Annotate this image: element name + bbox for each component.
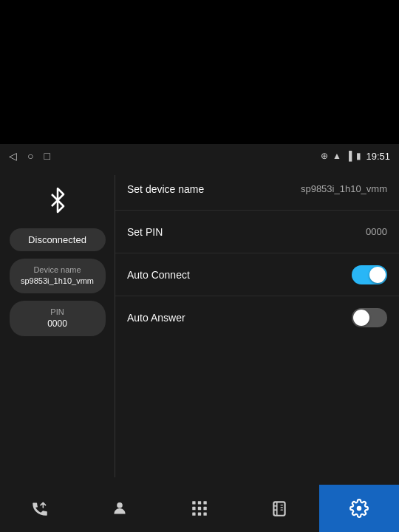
settings-gear-icon bbox=[349, 499, 369, 518]
left-panel: Disconnected Device name sp9853i_1h10_vm… bbox=[0, 168, 115, 485]
pin-badge: PIN 0000 bbox=[10, 301, 106, 336]
device-name-value: sp9853i_1h10_vmm bbox=[301, 183, 387, 194]
svg-rect-8 bbox=[198, 512, 201, 515]
set-pin-row: Set PIN 0000 bbox=[115, 211, 399, 253]
auto-answer-toggle-wrap bbox=[352, 308, 387, 327]
svg-rect-6 bbox=[203, 507, 206, 510]
wifi-icon: ▲ bbox=[332, 151, 341, 161]
svg-rect-5 bbox=[198, 507, 201, 510]
auto-connect-toggle[interactable] bbox=[352, 265, 387, 284]
top-black-area bbox=[0, 0, 399, 144]
android-icon bbox=[270, 499, 289, 518]
auto-connect-row: Auto Connect bbox=[115, 253, 399, 296]
nav-item-android[interactable] bbox=[239, 485, 319, 532]
set-pin-label: Set PIN bbox=[127, 226, 163, 238]
auto-answer-label: Auto Answer bbox=[127, 312, 185, 324]
svg-rect-10 bbox=[273, 502, 284, 515]
status-icons: ⊕ ▲ ▐ ▮ 19:51 bbox=[321, 151, 390, 162]
bluetooth-icon bbox=[43, 185, 72, 215]
svg-rect-7 bbox=[192, 512, 195, 515]
contacts-icon bbox=[110, 499, 129, 518]
home-nav-icon[interactable]: ○ bbox=[27, 150, 33, 162]
connection-status-badge: Disconnected bbox=[10, 228, 106, 251]
nav-icons: ◁ ○ □ bbox=[9, 150, 50, 162]
recents-nav-icon[interactable]: □ bbox=[44, 150, 50, 162]
status-bar: ◁ ○ □ ⊕ ▲ ▐ ▮ 19:51 bbox=[0, 144, 399, 168]
nav-item-apps[interactable] bbox=[160, 485, 239, 532]
auto-answer-knob bbox=[353, 310, 369, 326]
nav-item-phone[interactable] bbox=[0, 485, 80, 532]
right-panel: Set device name sp9853i_1h10_vmm Set PIN… bbox=[115, 168, 399, 485]
phone-icon bbox=[30, 499, 50, 518]
svg-rect-9 bbox=[203, 512, 206, 515]
svg-rect-2 bbox=[198, 501, 201, 504]
svg-rect-3 bbox=[203, 501, 206, 504]
location-icon: ⊕ bbox=[321, 151, 328, 161]
back-nav-icon[interactable]: ◁ bbox=[9, 150, 17, 162]
device-name-badge: Device name sp9853i_1h10_vmm bbox=[10, 259, 106, 293]
main-content: Disconnected Device name sp9853i_1h10_vm… bbox=[0, 168, 399, 485]
pin-value: 0000 bbox=[366, 226, 387, 237]
set-device-name-row: Set device name sp9853i_1h10_vmm bbox=[115, 168, 399, 211]
nav-item-settings[interactable] bbox=[319, 485, 399, 532]
auto-connect-knob bbox=[369, 267, 386, 283]
svg-point-14 bbox=[357, 506, 362, 511]
battery-icon: ▮ bbox=[356, 151, 361, 161]
clock: 19:51 bbox=[366, 151, 390, 162]
auto-connect-label: Auto Connect bbox=[127, 269, 190, 281]
auto-answer-toggle[interactable] bbox=[352, 308, 387, 327]
nav-item-contacts[interactable] bbox=[80, 485, 160, 532]
svg-rect-1 bbox=[192, 501, 195, 504]
svg-point-0 bbox=[117, 502, 123, 508]
bottom-nav-bar bbox=[0, 485, 399, 532]
bluetooth-icon-wrap bbox=[40, 183, 75, 218]
auto-answer-row: Auto Answer bbox=[115, 296, 399, 339]
set-device-name-label: Set device name bbox=[127, 183, 204, 195]
svg-rect-4 bbox=[192, 507, 195, 510]
auto-connect-toggle-wrap bbox=[352, 265, 387, 284]
apps-grid-icon bbox=[190, 499, 209, 518]
signal-icon: ▐ bbox=[346, 151, 352, 161]
